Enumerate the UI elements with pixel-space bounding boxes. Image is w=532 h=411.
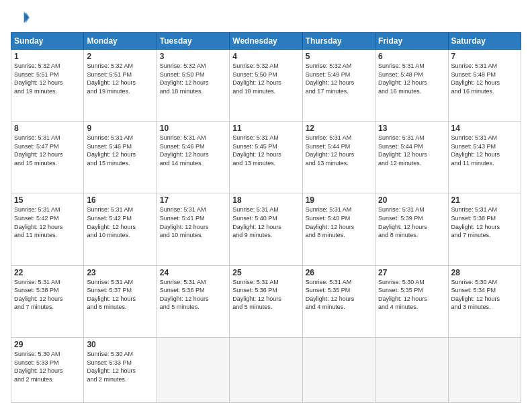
day-detail: Sunrise: 5:31 AM Sunset: 5:38 PM Dayligh… (451, 205, 518, 239)
day-detail: Sunrise: 5:31 AM Sunset: 5:36 PM Dayligh… (160, 278, 226, 312)
calendar-cell: 9Sunrise: 5:31 AM Sunset: 5:46 PM Daylig… (84, 122, 157, 193)
day-detail: Sunrise: 5:31 AM Sunset: 5:38 PM Dayligh… (14, 278, 81, 312)
weekday-header-wednesday: Wednesday (230, 33, 302, 50)
day-number: 20 (378, 195, 445, 205)
day-number: 12 (306, 124, 372, 133)
day-number: 7 (451, 52, 518, 61)
day-number: 16 (87, 195, 153, 205)
day-detail: Sunrise: 5:32 AM Sunset: 5:51 PM Dayligh… (87, 62, 153, 95)
calendar-cell: 16Sunrise: 5:31 AM Sunset: 5:42 PM Dayli… (84, 193, 157, 265)
weekday-header-thursday: Thursday (302, 33, 375, 50)
day-detail: Sunrise: 5:31 AM Sunset: 5:39 PM Dayligh… (378, 205, 445, 239)
calendar-cell (448, 337, 521, 402)
day-detail: Sunrise: 5:31 AM Sunset: 5:35 PM Dayligh… (306, 278, 372, 312)
logo (11, 8, 32, 27)
day-number: 15 (14, 195, 81, 205)
day-detail: Sunrise: 5:31 AM Sunset: 5:47 PM Dayligh… (14, 134, 81, 167)
calendar-cell: 21Sunrise: 5:31 AM Sunset: 5:38 PM Dayli… (448, 193, 521, 265)
day-number: 24 (160, 268, 226, 277)
day-detail: Sunrise: 5:31 AM Sunset: 5:41 PM Dayligh… (160, 205, 226, 239)
day-number: 21 (451, 195, 518, 205)
day-number: 13 (378, 124, 445, 133)
day-number: 18 (232, 195, 299, 205)
day-detail: Sunrise: 5:30 AM Sunset: 5:33 PM Dayligh… (14, 350, 81, 383)
weekday-header-monday: Monday (84, 33, 157, 50)
weekday-header-tuesday: Tuesday (157, 33, 229, 50)
day-detail: Sunrise: 5:31 AM Sunset: 5:43 PM Dayligh… (451, 134, 518, 167)
calendar-week-row: 29Sunrise: 5:30 AM Sunset: 5:33 PM Dayli… (11, 337, 521, 402)
day-number: 28 (451, 268, 518, 277)
day-detail: Sunrise: 5:32 AM Sunset: 5:49 PM Dayligh… (306, 62, 372, 95)
day-number: 5 (306, 52, 372, 61)
calendar-cell: 5Sunrise: 5:32 AM Sunset: 5:49 PM Daylig… (302, 50, 375, 122)
day-number: 11 (232, 124, 299, 133)
day-number: 14 (451, 124, 518, 133)
day-detail: Sunrise: 5:31 AM Sunset: 5:46 PM Dayligh… (87, 134, 153, 167)
day-number: 3 (160, 52, 226, 61)
calendar-cell: 26Sunrise: 5:31 AM Sunset: 5:35 PM Dayli… (302, 265, 375, 337)
header (11, 8, 521, 27)
calendar-cell: 25Sunrise: 5:31 AM Sunset: 5:36 PM Dayli… (230, 265, 302, 337)
day-detail: Sunrise: 5:31 AM Sunset: 5:42 PM Dayligh… (87, 205, 153, 239)
day-detail: Sunrise: 5:31 AM Sunset: 5:46 PM Dayligh… (160, 134, 226, 167)
day-detail: Sunrise: 5:31 AM Sunset: 5:44 PM Dayligh… (306, 134, 372, 167)
calendar-cell: 29Sunrise: 5:30 AM Sunset: 5:33 PM Dayli… (11, 337, 84, 402)
day-number: 27 (378, 268, 445, 277)
calendar-week-row: 15Sunrise: 5:31 AM Sunset: 5:42 PM Dayli… (11, 193, 521, 265)
calendar-cell: 13Sunrise: 5:31 AM Sunset: 5:44 PM Dayli… (375, 122, 448, 193)
day-number: 23 (87, 268, 153, 277)
page: SundayMondayTuesdayWednesdayThursdayFrid… (0, 0, 532, 411)
calendar-cell: 20Sunrise: 5:31 AM Sunset: 5:39 PM Dayli… (375, 193, 448, 265)
day-detail: Sunrise: 5:31 AM Sunset: 5:48 PM Dayligh… (451, 62, 518, 95)
svg-marker-1 (26, 12, 30, 24)
calendar-week-row: 1Sunrise: 5:32 AM Sunset: 5:51 PM Daylig… (11, 50, 521, 122)
calendar-cell: 10Sunrise: 5:31 AM Sunset: 5:46 PM Dayli… (157, 122, 229, 193)
day-detail: Sunrise: 5:31 AM Sunset: 5:40 PM Dayligh… (232, 205, 299, 239)
logo-icon (11, 8, 30, 27)
day-detail: Sunrise: 5:31 AM Sunset: 5:42 PM Dayligh… (14, 205, 81, 239)
day-number: 8 (14, 124, 81, 133)
calendar-cell: 2Sunrise: 5:32 AM Sunset: 5:51 PM Daylig… (84, 50, 157, 122)
weekday-header-friday: Friday (375, 33, 448, 50)
day-detail: Sunrise: 5:31 AM Sunset: 5:36 PM Dayligh… (232, 278, 299, 312)
day-number: 2 (87, 52, 153, 61)
day-detail: Sunrise: 5:32 AM Sunset: 5:50 PM Dayligh… (160, 62, 226, 95)
calendar-cell: 12Sunrise: 5:31 AM Sunset: 5:44 PM Dayli… (302, 122, 375, 193)
day-number: 25 (232, 268, 299, 277)
day-number: 29 (14, 340, 81, 349)
calendar-cell: 28Sunrise: 5:30 AM Sunset: 5:34 PM Dayli… (448, 265, 521, 337)
day-detail: Sunrise: 5:32 AM Sunset: 5:50 PM Dayligh… (232, 62, 299, 95)
weekday-header-saturday: Saturday (448, 33, 521, 50)
weekday-header-sunday: Sunday (11, 33, 84, 50)
calendar-cell: 17Sunrise: 5:31 AM Sunset: 5:41 PM Dayli… (157, 193, 229, 265)
calendar-week-row: 8Sunrise: 5:31 AM Sunset: 5:47 PM Daylig… (11, 122, 521, 193)
day-detail: Sunrise: 5:30 AM Sunset: 5:34 PM Dayligh… (451, 278, 518, 312)
weekday-header-row: SundayMondayTuesdayWednesdayThursdayFrid… (11, 33, 521, 50)
calendar-cell: 11Sunrise: 5:31 AM Sunset: 5:45 PM Dayli… (230, 122, 302, 193)
day-detail: Sunrise: 5:31 AM Sunset: 5:44 PM Dayligh… (378, 134, 445, 167)
day-number: 22 (14, 268, 81, 277)
day-detail: Sunrise: 5:32 AM Sunset: 5:51 PM Dayligh… (14, 62, 81, 95)
day-detail: Sunrise: 5:30 AM Sunset: 5:35 PM Dayligh… (378, 278, 445, 312)
calendar-cell: 30Sunrise: 5:30 AM Sunset: 5:33 PM Dayli… (84, 337, 157, 402)
calendar-cell (230, 337, 302, 402)
calendar-cell: 4Sunrise: 5:32 AM Sunset: 5:50 PM Daylig… (230, 50, 302, 122)
calendar-cell: 18Sunrise: 5:31 AM Sunset: 5:40 PM Dayli… (230, 193, 302, 265)
day-detail: Sunrise: 5:31 AM Sunset: 5:45 PM Dayligh… (232, 134, 299, 167)
calendar-cell (302, 337, 375, 402)
calendar-cell: 14Sunrise: 5:31 AM Sunset: 5:43 PM Dayli… (448, 122, 521, 193)
day-number: 4 (232, 52, 299, 61)
day-detail: Sunrise: 5:31 AM Sunset: 5:37 PM Dayligh… (87, 278, 153, 312)
day-number: 19 (306, 195, 372, 205)
day-number: 9 (87, 124, 153, 133)
calendar-cell: 27Sunrise: 5:30 AM Sunset: 5:35 PM Dayli… (375, 265, 448, 337)
calendar-week-row: 22Sunrise: 5:31 AM Sunset: 5:38 PM Dayli… (11, 265, 521, 337)
calendar-cell: 6Sunrise: 5:31 AM Sunset: 5:48 PM Daylig… (375, 50, 448, 122)
calendar-cell: 15Sunrise: 5:31 AM Sunset: 5:42 PM Dayli… (11, 193, 84, 265)
calendar-cell (375, 337, 448, 402)
day-detail: Sunrise: 5:30 AM Sunset: 5:33 PM Dayligh… (87, 350, 153, 383)
day-detail: Sunrise: 5:31 AM Sunset: 5:40 PM Dayligh… (306, 205, 372, 239)
calendar-cell: 1Sunrise: 5:32 AM Sunset: 5:51 PM Daylig… (11, 50, 84, 122)
day-number: 17 (160, 195, 226, 205)
calendar-cell: 19Sunrise: 5:31 AM Sunset: 5:40 PM Dayli… (302, 193, 375, 265)
